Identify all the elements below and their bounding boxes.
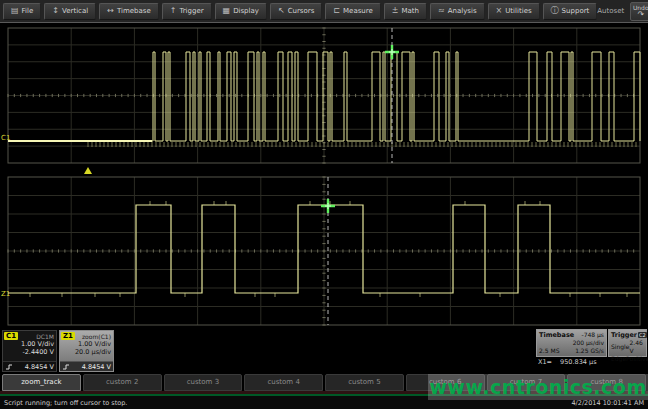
edge-trigger-icon [5, 363, 13, 371]
tab-zoom_track[interactable]: zoom_track [2, 374, 81, 391]
zoom-z1-descriptor[interactable]: Z1 zoom(C1) 1.00 V/div 20.0 µs/div 4.845… [59, 330, 114, 372]
x1-label: X1= [538, 358, 552, 366]
timebase-summary[interactable]: Timebase -748 µs 200 µs/div 2.5 MS 1.25 … [536, 329, 607, 357]
menu-item-trigger[interactable]: ↑Trigger [162, 3, 212, 20]
timebase-delay: -748 µs [582, 331, 604, 339]
utilities-wrench-icon: × [496, 7, 503, 15]
x1-value: 950.834 µs [560, 358, 596, 366]
tab-custom-4[interactable]: custom 4 [244, 374, 323, 391]
z1-source: zoom(C1) [82, 333, 111, 340]
menu-item-label: Timebase [117, 7, 151, 15]
status-datetime: 4/2/2014 10:01:41 AM [571, 399, 644, 407]
oscilloscope-screen: ▤File↕Vertical↔Timebase↑Trigger▦Display↖… [0, 0, 648, 409]
z1-tdiv: 20.0 µs/div [60, 348, 113, 356]
waveform-display[interactable]: C1Z1 [0, 23, 648, 330]
trigger-summary[interactable]: Trigger C2DC Single 2.46 V Edge Positive [608, 329, 647, 357]
menu-item-label: Measure [343, 7, 373, 15]
trigger-source-badge: C2 [638, 332, 647, 338]
panel-label-Z1: Z1 [1, 290, 10, 298]
undo-button[interactable]: Undo ↷ [630, 2, 648, 21]
analysis-chart-icon: ≈ [438, 7, 445, 15]
c1-offset: -2.4400 V [3, 348, 56, 356]
tab-custom-8[interactable]: custom 8 [567, 374, 646, 391]
tab-custom-6[interactable]: custom 6 [406, 374, 485, 391]
c1-coupling: DC1M [36, 333, 54, 340]
trigger-type: Edge [611, 355, 626, 363]
menu-item-label: File [22, 7, 34, 15]
menu-item-label: Utilities [505, 7, 531, 15]
trigger-slope: Positive [626, 355, 648, 363]
autoset-label: Autoset [597, 7, 624, 15]
undo-arrow-icon: ↷ [637, 11, 644, 18]
menu-right: Autoset Undo ↷ [597, 2, 648, 21]
menu-item-support[interactable]: ⓘSupport [543, 3, 598, 20]
tab-custom-7[interactable]: custom 7 [487, 374, 566, 391]
cursor-cross-center-top [389, 49, 395, 55]
menu-item-math[interactable]: ±Math [384, 3, 427, 20]
c1-badge: C1 [4, 332, 18, 340]
status-message: Script running; turn off cursor to stop. [4, 399, 127, 407]
trigger-mode: Single [611, 343, 629, 351]
status-bar: Script running; turn off cursor to stop.… [0, 396, 648, 409]
z1-badge: Z1 [61, 332, 75, 340]
math-icon: ± [392, 7, 399, 15]
z1-level: 4.8454 V [82, 363, 111, 371]
menu-bar: ▤File↕Vertical↔Timebase↑Trigger▦Display↖… [0, 0, 648, 23]
menu-item-file[interactable]: ▤File [3, 3, 41, 20]
trigger-arrow-icon: ↑ [170, 7, 177, 15]
vertical-arrows-icon: ↕ [52, 7, 59, 15]
menu-item-cursors[interactable]: ↖Cursors [270, 3, 322, 20]
menu-item-label: Support [562, 7, 590, 15]
menu-item-label: Analysis [448, 7, 477, 15]
file-icon: ▤ [11, 7, 19, 15]
trigger-level: 2.46 V [629, 339, 644, 355]
menu-item-utilities[interactable]: ×Utilities [488, 3, 540, 20]
menu-item-label: Trigger [179, 7, 203, 15]
menu-item-label: Cursors [288, 7, 315, 15]
menu-item-label: Display [233, 7, 259, 15]
menu-item-label: Math [401, 7, 419, 15]
menu-items: ▤File↕Vertical↔Timebase↑Trigger▦Display↖… [0, 3, 597, 20]
timebase-samples: 2.5 MS [539, 347, 559, 355]
edge-trigger-icon [62, 363, 70, 371]
grid-bottom: Z1 [1, 177, 640, 325]
channel-c1-descriptor[interactable]: C1 DC1M 1.00 V/div -2.4400 V 4.8454 V [2, 330, 57, 372]
menu-item-display[interactable]: ▦Display [215, 3, 267, 20]
c1-vdiv: 1.00 V/div [3, 340, 56, 348]
menu-item-label: Vertical [62, 7, 88, 15]
tab-custom-3[interactable]: custom 3 [164, 374, 243, 391]
measure-caliper-icon: ⊏ [333, 7, 340, 15]
trigger-title: Trigger [611, 331, 637, 339]
horizontal-arrows-icon: ↔ [107, 7, 114, 15]
timebase-tdiv: 200 µs/div [573, 339, 604, 347]
menu-item-vertical[interactable]: ↕Vertical [44, 3, 96, 20]
menu-item-timebase[interactable]: ↔Timebase [99, 3, 159, 20]
trigger-position-marker [84, 167, 92, 174]
display-icon: ▦ [223, 7, 231, 15]
cursor-pointer-icon: ↖ [278, 7, 285, 15]
bottom-tab-row: zoom_trackcustom 2custom 3custom 4custom… [2, 374, 646, 391]
cursor-x1-readout: X1=950.834 µs [538, 358, 605, 366]
menu-item-measure[interactable]: ⊏Measure [325, 3, 380, 20]
menu-item-analysis[interactable]: ≈Analysis [430, 3, 485, 20]
tab-custom-2[interactable]: custom 2 [83, 374, 162, 391]
tab-custom-5[interactable]: custom 5 [325, 374, 404, 391]
timebase-rate: 1.25 GS/s [575, 347, 604, 355]
c1-trigger-level: 4.8454 V [25, 363, 54, 371]
timebase-title: Timebase [539, 331, 574, 339]
z1-vdiv: 1.00 V/div [60, 340, 113, 348]
support-info-icon: ⓘ [551, 7, 559, 15]
